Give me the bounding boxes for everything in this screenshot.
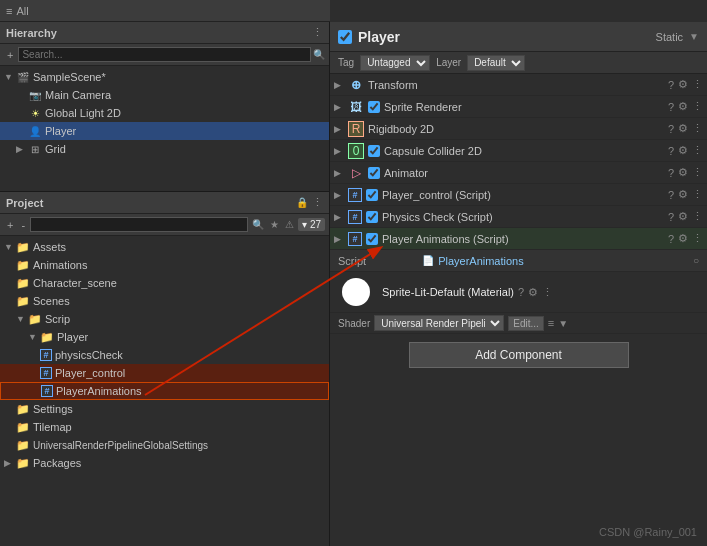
material-help-icon[interactable]: ? xyxy=(518,286,524,298)
project-search-input[interactable] xyxy=(30,217,248,232)
rb-settings-icon[interactable]: ⚙ xyxy=(678,122,688,135)
globallight-label: Global Light 2D xyxy=(45,107,121,119)
project-minus-btn[interactable]: - xyxy=(18,218,28,232)
project-item-physicscheck[interactable]: # physicsCheck xyxy=(0,346,329,364)
physicscheck-more-icon[interactable]: ⋮ xyxy=(692,210,703,223)
project-item-tilemap[interactable]: 📁 Tilemap xyxy=(0,418,329,436)
animator-help-icon[interactable]: ? xyxy=(668,167,674,179)
transform-more-icon[interactable]: ⋮ xyxy=(692,78,703,91)
physicscheck-settings-icon[interactable]: ⚙ xyxy=(678,210,688,223)
shader-lines-icon: ≡ xyxy=(548,317,554,329)
transform-settings-icon[interactable]: ⚙ xyxy=(678,78,688,91)
project-item-packages[interactable]: ▶ 📁 Packages xyxy=(0,454,329,472)
tilemap-folder-icon: 📁 xyxy=(16,421,30,434)
assets-arrow: ▼ xyxy=(4,242,16,252)
characterscene-label: Character_scene xyxy=(33,277,117,289)
sprite-settings-icon[interactable]: ⚙ xyxy=(678,100,688,113)
project-title: Project xyxy=(6,197,43,209)
animator-more-icon[interactable]: ⋮ xyxy=(692,166,703,179)
rb-more-icon[interactable]: ⋮ xyxy=(692,122,703,135)
project-item-urp[interactable]: 📁 UniversalRenderPipelineGlobalSettings xyxy=(0,436,329,454)
shader-value-select[interactable]: Universal Render Pipeline/2 xyxy=(374,315,504,331)
project-lock-icon[interactable]: 🔒 xyxy=(296,197,308,208)
collider-settings-icon[interactable]: ⚙ xyxy=(678,144,688,157)
rigidbody-label: Rigidbody 2D xyxy=(368,123,664,135)
playercontrol-more-icon[interactable]: ⋮ xyxy=(692,188,703,201)
project-item-player-folder[interactable]: ▼ 📁 Player xyxy=(0,328,329,346)
project-item-scenes[interactable]: 📁 Scenes xyxy=(0,292,329,310)
component-transform[interactable]: ▶ ⊕ Transform ? ⚙ ⋮ xyxy=(330,74,707,96)
hierarchy-item-scene[interactable]: ▼ 🎬 SampleScene* xyxy=(0,68,329,86)
sprite-help-icon[interactable]: ? xyxy=(668,101,674,113)
project-item-animations[interactable]: 📁 Animations xyxy=(0,256,329,274)
hierarchy-item-player[interactable]: 👤 Player xyxy=(0,122,329,140)
playercontrol-settings-icon[interactable]: ⚙ xyxy=(678,188,688,201)
tag-select[interactable]: Untagged xyxy=(360,55,430,71)
static-dropdown-arrow[interactable]: ▼ xyxy=(689,31,699,42)
playeranim-help-icon[interactable]: ? xyxy=(668,233,674,245)
transform-help-icon[interactable]: ? xyxy=(668,79,674,91)
collider-more-icon[interactable]: ⋮ xyxy=(692,144,703,157)
player-folder-icon: 📁 xyxy=(40,331,54,344)
hierarchy-header-icons: ⋮ xyxy=(312,26,323,39)
material-name-label: Sprite-Lit-Default (Material) xyxy=(382,286,514,298)
project-item-characterscene[interactable]: 📁 Character_scene xyxy=(0,274,329,292)
project-warning-icon: ⚠ xyxy=(283,219,296,230)
hierarchy-item-globallight[interactable]: ☀ Global Light 2D xyxy=(0,104,329,122)
animator-checkbox[interactable] xyxy=(368,167,380,179)
hierarchy-item-grid[interactable]: ▶ ⊞ Grid xyxy=(0,140,329,158)
inspector-active-checkbox[interactable] xyxy=(338,30,352,44)
capsule-collider-checkbox[interactable] xyxy=(368,145,380,157)
rb-help-icon[interactable]: ? xyxy=(668,123,674,135)
settings-folder-icon: 📁 xyxy=(16,403,30,416)
hierarchy-plus-btn[interactable]: + xyxy=(4,48,16,62)
project-filter-icon: ★ xyxy=(268,219,281,230)
playercontrol-checkbox[interactable] xyxy=(366,189,378,201)
project-plus-btn[interactable]: + xyxy=(4,218,16,232)
shader-edit-btn[interactable]: Edit... xyxy=(508,316,544,331)
physicscheck-checkbox[interactable] xyxy=(366,211,378,223)
project-item-assets[interactable]: ▼ 📁 Assets xyxy=(0,238,329,256)
sprite-renderer-icon: 🖼 xyxy=(348,99,364,115)
collider-arrow-icon: ▶ xyxy=(334,146,344,156)
assets-folder-icon: 📁 xyxy=(16,241,30,254)
hierarchy-search-input[interactable] xyxy=(18,47,311,62)
hierarchy-menu-icon[interactable]: ⋮ xyxy=(312,26,323,39)
sprite-renderer-checkbox[interactable] xyxy=(368,101,380,113)
script-field-row: Script 📄 PlayerAnimations ○ xyxy=(330,250,707,272)
component-rigidbody2d[interactable]: ▶ R Rigidbody 2D ? ⚙ ⋮ xyxy=(330,118,707,140)
component-animator[interactable]: ▶ ▷ Animator ? ⚙ ⋮ xyxy=(330,162,707,184)
animator-settings-icon[interactable]: ⚙ xyxy=(678,166,688,179)
component-spriterenderer[interactable]: ▶ 🖼 Sprite Renderer ? ⚙ ⋮ xyxy=(330,96,707,118)
project-menu-icon[interactable]: ⋮ xyxy=(312,196,323,209)
rb-controls: ? ⚙ ⋮ xyxy=(668,122,703,135)
animator-icon: ▷ xyxy=(348,165,364,181)
physicscheck-controls: ? ⚙ ⋮ xyxy=(668,210,703,223)
playeranim-checkbox[interactable] xyxy=(366,233,378,245)
material-settings-icon[interactable]: ⚙ xyxy=(528,286,538,299)
component-playeranimations-script[interactable]: ▶ # Player Animations (Script) ? ⚙ ⋮ xyxy=(330,228,707,250)
physicscheck-arrow-icon: ▶ xyxy=(334,212,344,222)
project-item-settings[interactable]: 📁 Settings xyxy=(0,400,329,418)
layer-select[interactable]: Default xyxy=(467,55,525,71)
playeranimations-label: PlayerAnimations xyxy=(56,385,142,397)
component-physicscheck-script[interactable]: ▶ # Physics Check (Script) ? ⚙ ⋮ xyxy=(330,206,707,228)
hierarchy-item-maincamera[interactable]: 📷 Main Camera xyxy=(0,86,329,104)
playercontrol-help-icon[interactable]: ? xyxy=(668,189,674,201)
playeranim-settings-icon[interactable]: ⚙ xyxy=(678,232,688,245)
add-component-btn[interactable]: Add Component xyxy=(409,342,629,368)
script-circle-icon[interactable]: ○ xyxy=(693,255,699,266)
sprite-more-icon[interactable]: ⋮ xyxy=(692,100,703,113)
playeranim-more-icon[interactable]: ⋮ xyxy=(692,232,703,245)
project-item-playercontrol[interactable]: # Player_control xyxy=(0,364,329,382)
playercontrol-script-label: Player_control (Script) xyxy=(382,189,664,201)
physicscheck-help-icon[interactable]: ? xyxy=(668,211,674,223)
material-more-icon[interactable]: ⋮ xyxy=(542,286,553,299)
watermark: CSDN @Rainy_001 xyxy=(599,526,697,538)
component-capsulecollider[interactable]: ▶ 0 Capsule Collider 2D ? ⚙ ⋮ xyxy=(330,140,707,162)
collider-help-icon[interactable]: ? xyxy=(668,145,674,157)
component-playercontrol-script[interactable]: ▶ # Player_control (Script) ? ⚙ ⋮ xyxy=(330,184,707,206)
project-item-scrip[interactable]: ▼ 📁 Scrip xyxy=(0,310,329,328)
project-item-playeranimations[interactable]: # PlayerAnimations xyxy=(0,382,329,400)
project-toolbar: + - 🔍 ★ ⚠ ▾ 27 xyxy=(0,214,329,236)
